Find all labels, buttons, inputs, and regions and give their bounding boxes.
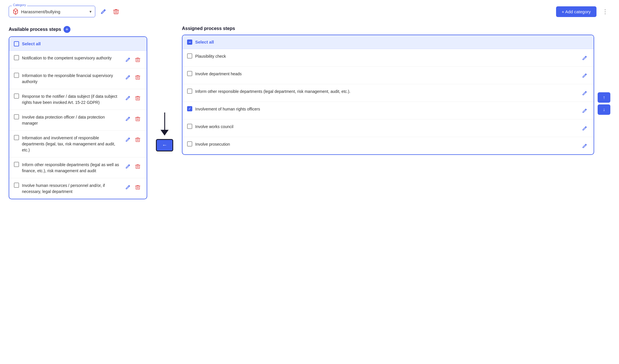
delete-category-button[interactable]: [111, 7, 121, 16]
available-select-all-label[interactable]: Select all: [22, 41, 41, 46]
assigned-item-checkbox[interactable]: [187, 71, 192, 76]
assigned-item-edit-button[interactable]: [580, 106, 589, 115]
available-item-text: Inform other responsible departments (le…: [22, 162, 121, 174]
assigned-item-edit-button[interactable]: [580, 89, 589, 97]
available-item-delete-button[interactable]: [133, 162, 142, 171]
available-item-checkbox[interactable]: [14, 183, 19, 188]
available-item-checkbox[interactable]: [14, 93, 19, 99]
assigned-item-checkbox[interactable]: [187, 124, 192, 129]
available-item-delete-button[interactable]: [133, 183, 142, 192]
assigned-panel: Assigned process steps Select all Plausi…: [182, 26, 610, 155]
available-item-actions: [124, 135, 142, 144]
edit-icon: [125, 95, 130, 101]
available-item-checkbox[interactable]: [14, 162, 19, 167]
edit-icon: [125, 164, 130, 169]
transfer-left-button[interactable]: ←: [156, 139, 173, 151]
assigned-item-actions: [580, 106, 589, 115]
available-item-delete-button[interactable]: [133, 73, 142, 82]
available-panel-title-text: Available process steps: [9, 27, 61, 32]
assigned-item-text: Plausibility check: [195, 53, 577, 59]
add-step-button[interactable]: +: [64, 26, 70, 33]
available-item-checkbox[interactable]: [14, 114, 19, 119]
assigned-item-text: Involve works council: [195, 123, 577, 130]
assigned-item-actions: [580, 88, 589, 97]
assigned-item-edit-button[interactable]: [580, 71, 589, 80]
available-item-checkbox[interactable]: [14, 135, 19, 140]
edit-icon: [125, 137, 130, 142]
assigned-select-all-checkbox[interactable]: [187, 40, 192, 45]
available-item-actions: [124, 72, 142, 82]
available-item-checkbox[interactable]: [14, 73, 19, 78]
available-select-all-checkbox[interactable]: [14, 41, 19, 46]
move-down-button[interactable]: ↓: [598, 104, 610, 115]
assigned-item-actions: [580, 123, 589, 133]
assigned-item-checkbox[interactable]: [187, 141, 192, 147]
available-list-item: Response to the notifier / data subject …: [9, 89, 147, 110]
assigned-list-items: Plausibility check Involve department he…: [182, 49, 594, 154]
svg-rect-2: [136, 76, 140, 80]
available-item-edit-button[interactable]: [124, 55, 132, 64]
assigned-item-text: Involvement of human rights officers: [195, 106, 577, 112]
available-item-text: Information to the responsible financial…: [22, 72, 121, 85]
assigned-item-checkbox[interactable]: [187, 53, 192, 59]
assigned-list-item: Involve works council: [182, 119, 594, 137]
available-item-text: Information and involvement of responsib…: [22, 135, 121, 153]
assigned-item-actions: [580, 53, 589, 62]
available-panel: Available process steps + Select all Not…: [9, 26, 147, 199]
assigned-list-item: Involve prosecution: [182, 137, 594, 154]
edit-icon: [125, 185, 130, 190]
assigned-item-edit-button[interactable]: [580, 142, 589, 150]
assigned-item-text: Inform other responsible departments (le…: [195, 88, 577, 95]
assigned-select-all-row[interactable]: Select all: [182, 35, 594, 49]
assigned-item-text: Involve department heads: [195, 71, 577, 77]
category-select[interactable]: Category Harassment/bullying ▾: [9, 6, 95, 17]
assigned-item-edit-button[interactable]: [580, 54, 589, 62]
edit-icon: [582, 91, 587, 96]
assigned-item-actions: [580, 141, 589, 150]
available-item-actions: [124, 182, 142, 192]
available-list-item: Inform other responsible departments (le…: [9, 157, 147, 178]
available-item-edit-button[interactable]: [124, 115, 132, 123]
middle-area: ←: [147, 26, 182, 151]
available-item-delete-button[interactable]: [133, 55, 142, 64]
available-item-text: Involve human resources / personnel and/…: [22, 182, 121, 195]
assigned-panel-title: Assigned process steps: [182, 26, 610, 31]
available-item-actions: [124, 93, 142, 102]
category-floating-label: Category: [12, 3, 27, 7]
assigned-select-all-label[interactable]: Select all: [195, 40, 214, 44]
edit-icon: [582, 126, 587, 131]
available-item-edit-button[interactable]: [124, 183, 132, 192]
svg-rect-3: [136, 97, 140, 100]
available-item-actions: [124, 55, 142, 64]
available-item-text: Response to the notifier / data subject …: [22, 93, 121, 106]
edit-icon: [100, 9, 106, 14]
edit-icon: [582, 55, 587, 61]
available-item-delete-button[interactable]: [133, 94, 142, 102]
available-item-edit-button[interactable]: [124, 73, 132, 82]
available-item-delete-button[interactable]: [133, 115, 142, 123]
edit-category-button[interactable]: [99, 7, 108, 16]
available-item-edit-button[interactable]: [124, 94, 132, 102]
available-item-checkbox[interactable]: [14, 55, 19, 60]
more-options-button[interactable]: ⋮: [600, 6, 610, 17]
available-select-all-row[interactable]: Select all: [9, 37, 147, 51]
trash-icon: [135, 137, 140, 142]
available-item-edit-button[interactable]: [124, 135, 132, 144]
assigned-list-item: Inform other responsible departments (le…: [182, 84, 594, 102]
add-category-button[interactable]: + Add category: [556, 6, 597, 17]
assigned-item-actions: [580, 71, 589, 80]
trash-icon: [135, 95, 140, 101]
assigned-item-checkbox[interactable]: [187, 89, 192, 94]
assigned-item-edit-button[interactable]: [580, 124, 589, 133]
available-item-edit-button[interactable]: [124, 162, 132, 171]
available-item-text: Notification to the competent supervisor…: [22, 55, 121, 61]
arrow-head-icon: [161, 130, 169, 136]
assigned-list-container: Select all Plausibility check Involve de…: [182, 35, 594, 155]
svg-rect-7: [136, 186, 140, 189]
assigned-list-item: Involve department heads: [182, 67, 594, 84]
move-up-button[interactable]: ↑: [598, 92, 610, 103]
trash-icon: [113, 9, 119, 14]
available-item-delete-button[interactable]: [133, 135, 142, 144]
assigned-item-checkbox[interactable]: [187, 106, 192, 111]
order-controls: ↑ ↓: [598, 35, 610, 115]
